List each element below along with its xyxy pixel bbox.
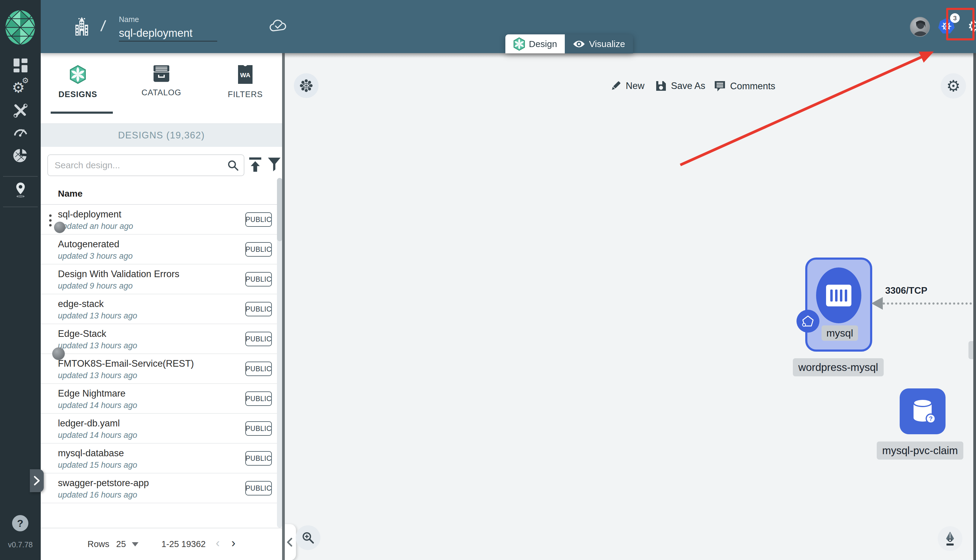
- organization-icon[interactable]: [75, 17, 89, 36]
- pod-pentagon-badge[interactable]: [796, 310, 819, 333]
- visibility-badge: PUBLIC: [245, 451, 272, 466]
- sidebar-divider: [3, 176, 38, 177]
- designs-section-header: DESIGNS (19,362): [41, 123, 282, 147]
- tab-visualize[interactable]: Visualize: [565, 34, 633, 53]
- next-page-button[interactable]: ›: [232, 536, 235, 550]
- comments-icon: [714, 80, 726, 92]
- pvc-node-label: mysql-pvc-claim: [877, 442, 963, 460]
- sidebar-item-toolkit[interactable]: [0, 104, 41, 118]
- edge-port-label: 3306/TCP: [885, 285, 928, 296]
- design-row[interactable]: ledger-db.yaml updated 14 hours ago PUBL…: [41, 414, 282, 443]
- container-label: mysql: [821, 325, 858, 341]
- zoom-in-icon: [301, 531, 315, 544]
- list-scrollbar-thumb[interactable]: [277, 178, 282, 241]
- edge-arrowhead: [871, 297, 883, 310]
- design-row[interactable]: Edge Nightmare updated 14 hours ago PUBL…: [41, 384, 282, 414]
- panel-tab-designs[interactable]: DESIGNS: [45, 65, 111, 99]
- tab-visualize-label: Visualize: [589, 39, 625, 49]
- design-name-input[interactable]: [119, 25, 217, 42]
- active-tab-indicator: [51, 112, 113, 114]
- import-design-icon[interactable]: [248, 157, 262, 172]
- user-avatar[interactable]: [910, 17, 930, 37]
- cloud-saved-icon: [269, 19, 287, 33]
- designs-tab-icon: [69, 65, 86, 84]
- row-menu-icon[interactable]: [49, 214, 52, 229]
- canvas-panel-collapse-button[interactable]: [285, 524, 296, 560]
- rows-per-page-caret-icon[interactable]: [132, 542, 138, 547]
- new-design-button[interactable]: New: [610, 80, 644, 92]
- visibility-badge: PUBLIC: [245, 302, 272, 316]
- view-mode-tabs: Design Visualize: [506, 34, 633, 53]
- panel-resize-handle[interactable]: [282, 53, 285, 560]
- design-search-box: [47, 154, 244, 176]
- save-as-button[interactable]: Save As: [655, 80, 706, 92]
- column-header-name: Name: [58, 188, 83, 199]
- svg-text:WA: WA: [240, 72, 250, 78]
- design-row[interactable]: FMTOK8S-Email-Service(REST) updated 13 h…: [41, 354, 282, 384]
- svg-text:?: ?: [929, 415, 933, 422]
- panel-tab-filters[interactable]: WA FILTERS: [212, 65, 279, 99]
- meshery-logo[interactable]: [5, 10, 36, 45]
- breadcrumb-separator: /: [100, 17, 107, 35]
- sidebar-divider: [3, 207, 38, 207]
- volume-cylinder-icon: ?: [906, 396, 939, 427]
- deployment-node-label: wordpress-mysql: [793, 358, 884, 377]
- save-icon: [655, 80, 667, 92]
- wasm-filters-icon: WA: [237, 65, 254, 84]
- pen-mode-button[interactable]: [938, 526, 963, 551]
- design-row[interactable]: sql-deployment updated an hour ago PUBLI…: [41, 205, 282, 235]
- row-owner-avatar: [54, 222, 65, 233]
- canvas-settings-button[interactable]: ⚙: [941, 73, 966, 98]
- pvc-node[interactable]: ?: [900, 388, 946, 434]
- deployment-node[interactable]: mysql: [805, 258, 872, 352]
- design-name-label: Name: [119, 15, 139, 24]
- sidebar-expand-button[interactable]: [30, 469, 44, 492]
- search-icon[interactable]: [227, 159, 239, 171]
- component-explorer-button[interactable]: [294, 73, 319, 98]
- design-swirl-icon: [513, 37, 525, 51]
- design-row[interactable]: Edge-Stack updated 13 hours ago PUBLIC: [41, 324, 282, 354]
- visibility-badge: PUBLIC: [245, 421, 272, 436]
- pagination-bar: Rows 25 1-25 19362 ‹ ›: [41, 528, 282, 560]
- help-button[interactable]: ?: [12, 515, 28, 532]
- tab-design[interactable]: Design: [506, 34, 565, 53]
- panel-tab-catalog[interactable]: CATALOG: [128, 65, 195, 97]
- previous-page-button[interactable]: ‹: [216, 536, 220, 550]
- visibility-badge: PUBLIC: [245, 242, 272, 257]
- filter-funnel-icon[interactable]: [268, 157, 281, 172]
- service-node-label: wordpress-mysql: [968, 341, 973, 359]
- visibility-badge: PUBLIC: [245, 481, 272, 495]
- design-row[interactable]: Autogenerated updated 3 hours ago PUBLIC: [41, 235, 282, 265]
- row-owner-avatar: [52, 347, 65, 360]
- zoom-in-button[interactable]: [296, 525, 320, 550]
- service-edge[interactable]: [883, 302, 973, 305]
- search-input[interactable]: [55, 160, 227, 170]
- visibility-badge: PUBLIC: [245, 212, 272, 227]
- annotation-highlight-box: [946, 8, 974, 40]
- pen-nib-icon: [944, 532, 956, 546]
- rows-per-page-label: Rows: [87, 539, 110, 549]
- main-sidebar: ⚙⚙: [0, 0, 41, 560]
- catalog-archive-icon: [152, 65, 170, 82]
- canvas-gear-icon: ⚙: [946, 78, 961, 94]
- sidebar-item-lifecycle[interactable]: ⚙⚙: [0, 80, 41, 95]
- design-row[interactable]: mysql-database updated 15 hours ago PUBL…: [41, 443, 282, 473]
- visibility-badge: PUBLIC: [245, 392, 272, 406]
- container-icon: [825, 283, 853, 308]
- container-shape[interactable]: [816, 267, 861, 323]
- rows-per-page-value[interactable]: 25: [116, 539, 126, 549]
- app-version: v0.7.78: [0, 540, 41, 549]
- design-list: sql-deployment updated an hour ago PUBLI…: [41, 205, 282, 503]
- design-row[interactable]: swagger-petstore-app updated 16 hours ag…: [41, 473, 282, 503]
- window-edge: [973, 53, 976, 560]
- comments-button[interactable]: Comments: [714, 80, 775, 92]
- meshery-app: / Name 3 ⚙ ! 7: [0, 0, 976, 560]
- design-row[interactable]: Design With Validation Errors updated 9 …: [41, 265, 282, 294]
- sidebar-item-extensions[interactable]: [0, 148, 41, 163]
- sidebar-item-dashboard[interactable]: [0, 58, 41, 72]
- sidebar-item-performance[interactable]: [0, 125, 41, 138]
- design-row[interactable]: edge-stack updated 13 hours ago PUBLIC: [41, 294, 282, 324]
- design-canvas[interactable]: New Save As Comments Actions Share: [285, 53, 973, 560]
- designs-panel: DESIGNS CATALOG WA FILTERS DESIGNS (19,3…: [41, 53, 282, 560]
- sidebar-item-environment-pin[interactable]: [0, 182, 41, 198]
